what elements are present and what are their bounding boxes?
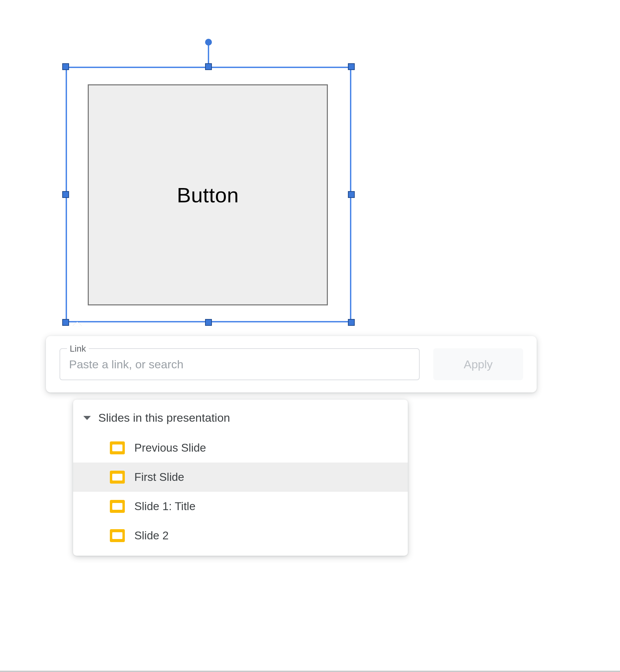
frame-bottom-edge: [0, 671, 620, 672]
link-input[interactable]: [60, 348, 420, 380]
dropdown-item-label: Previous Slide: [134, 441, 206, 454]
slide-canvas: Button Link Apply Slides in this present…: [0, 0, 620, 672]
dropdown-item-label: Slide 1: Title: [134, 500, 196, 513]
link-suggestions-dropdown: Slides in this presentation Previous Sli…: [73, 400, 408, 556]
popover-pointer-icon: [72, 322, 82, 326]
dropdown-item[interactable]: Slide 2: [73, 521, 408, 550]
apply-button[interactable]: Apply: [433, 348, 523, 380]
resize-handle-bottom-right[interactable]: [348, 319, 355, 326]
dropdown-item-label: Slide 2: [134, 529, 169, 542]
caret-down-icon: [83, 416, 91, 420]
resize-handle-top-middle[interactable]: [205, 63, 212, 70]
dropdown-title: Slides in this presentation: [98, 411, 230, 424]
selection-bounding-box[interactable]: Button: [66, 67, 351, 322]
link-field-legend: Link: [67, 343, 89, 354]
resize-handle-top-left[interactable]: [62, 63, 69, 70]
slide-icon: [110, 529, 125, 542]
resize-handle-top-right[interactable]: [348, 63, 355, 70]
rotation-handle[interactable]: [205, 39, 212, 46]
selected-shape[interactable]: Button: [88, 84, 328, 305]
resize-handle-middle-left[interactable]: [62, 191, 69, 198]
slide-icon: [110, 500, 125, 513]
dropdown-item[interactable]: First Slide: [73, 463, 408, 492]
dropdown-item[interactable]: Slide 1: Title: [73, 492, 408, 521]
slide-icon: [110, 441, 125, 454]
dropdown-item-label: First Slide: [134, 471, 184, 484]
dropdown-item[interactable]: Previous Slide: [73, 433, 408, 463]
link-field: Link: [60, 348, 420, 380]
resize-handle-middle-right[interactable]: [348, 191, 355, 198]
resize-handle-bottom-left[interactable]: [62, 319, 69, 326]
insert-link-popover: Link Apply: [46, 336, 537, 392]
shape-text: Button: [177, 183, 239, 207]
dropdown-header[interactable]: Slides in this presentation: [73, 408, 408, 433]
resize-handle-bottom-middle[interactable]: [205, 319, 212, 326]
slide-icon: [110, 471, 125, 484]
